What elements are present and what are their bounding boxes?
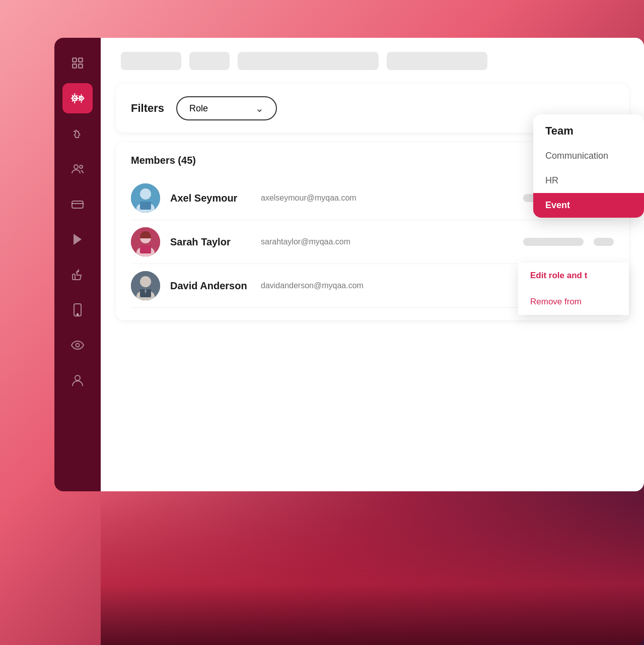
member-action-sarah: [594, 238, 614, 246]
avatar-sarah: [131, 227, 160, 256]
sidebar-item-play[interactable]: [62, 224, 93, 254]
svg-rect-2: [73, 64, 77, 68]
member-email-david: davidanderson@myqaa.com: [261, 281, 513, 290]
svg-rect-3: [79, 64, 83, 68]
filters-label: Filters: [131, 102, 164, 115]
team-dropdown: Team Communication HR Event: [533, 114, 644, 218]
svg-rect-0: [73, 58, 77, 62]
avatar-david: [131, 271, 160, 300]
member-name-david: David Anderson: [170, 280, 251, 292]
svg-rect-20: [140, 202, 151, 210]
sidebar-item-eye[interactable]: [62, 330, 93, 360]
member-row: Sarah Taylor sarahtaylor@myqaa.com: [131, 220, 614, 264]
sidebar-item-users[interactable]: [62, 154, 93, 184]
team-option-communication[interactable]: Communication: [533, 144, 644, 168]
svg-point-18: [140, 188, 151, 200]
sidebar: [54, 38, 101, 491]
bottom-fade-overlay: [101, 494, 644, 645]
sidebar-item-user[interactable]: [62, 365, 93, 396]
member-name-sarah: Sarah Taylor: [170, 236, 251, 248]
svg-point-14: [77, 314, 79, 315]
member-role-bar-sarah: [523, 238, 584, 246]
context-menu-remove[interactable]: Remove from: [518, 289, 629, 315]
skeleton-1: [121, 52, 181, 70]
team-option-hr[interactable]: HR: [533, 168, 644, 193]
top-bar: [101, 38, 644, 84]
role-dropdown-label: Role: [189, 103, 208, 114]
skeleton-2: [189, 52, 230, 70]
svg-marker-12: [74, 234, 82, 245]
team-dropdown-header: Team: [533, 114, 644, 144]
svg-rect-10: [72, 201, 83, 208]
member-email-axel: axelseymour@myqaa.com: [261, 194, 513, 203]
member-name-axel: Axel Seymour: [170, 192, 251, 204]
svg-point-15: [76, 344, 80, 347]
svg-point-9: [80, 165, 83, 168]
svg-point-16: [75, 375, 80, 380]
context-menu: Edit role and t Remove from: [518, 263, 629, 315]
svg-point-26: [140, 276, 151, 287]
sidebar-item-grid[interactable]: [62, 48, 93, 78]
sidebar-item-thumbs-up[interactable]: [62, 260, 93, 290]
sidebar-item-mobile[interactable]: [62, 295, 93, 325]
member-email-sarah: sarahtaylor@myqaa.com: [261, 237, 513, 246]
context-menu-edit[interactable]: Edit role and t: [518, 263, 629, 289]
role-dropdown[interactable]: Role ⌄: [176, 96, 277, 120]
svg-point-8: [74, 165, 78, 169]
team-option-event[interactable]: Event: [533, 193, 644, 218]
sidebar-item-card[interactable]: [62, 189, 93, 219]
sidebar-item-puzzle[interactable]: [62, 118, 93, 149]
avatar-axel: [131, 183, 160, 213]
skeleton-3: [238, 52, 379, 70]
svg-rect-1: [79, 58, 83, 62]
main-content: Filters Role ⌄ Team Communication HR Eve…: [101, 38, 644, 491]
skeleton-4: [387, 52, 487, 70]
svg-rect-24: [140, 245, 151, 253]
chevron-down-icon: ⌄: [255, 102, 264, 114]
sidebar-item-settings[interactable]: [62, 83, 93, 113]
